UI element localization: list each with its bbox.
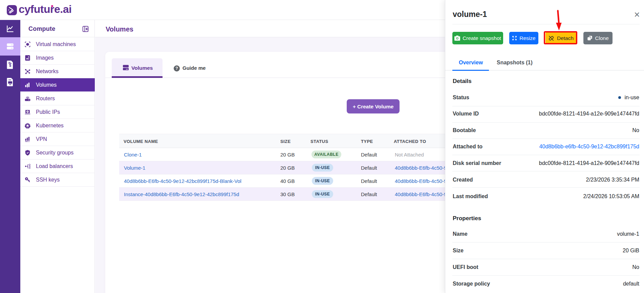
- svg-text:$: $: [9, 63, 11, 67]
